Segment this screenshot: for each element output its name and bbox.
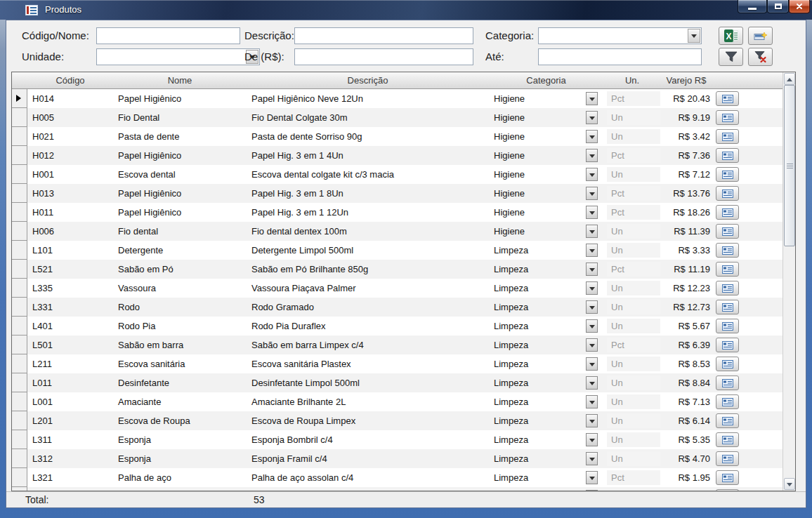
row-detail-button[interactable]	[716, 224, 739, 239]
cell-un[interactable]: Un	[603, 430, 661, 449]
de-input[interactable]	[294, 48, 473, 65]
cell-descricao[interactable]: Rodo Gramado	[247, 298, 489, 317]
cell-descricao[interactable]: Palha de aço assolan c/4	[247, 468, 489, 487]
cell-codigo[interactable]: L335	[27, 279, 113, 298]
record-selector[interactable]	[12, 89, 27, 108]
record-selector[interactable]	[12, 468, 27, 487]
categoria-row-dropdown[interactable]	[586, 338, 598, 352]
cell-categoria[interactable]: Higiene	[489, 165, 603, 184]
cell-codigo[interactable]: H014	[27, 89, 113, 108]
cell-descricao[interactable]: Sabão em Pó Brilhante 850g	[247, 260, 489, 279]
categoria-row-dropdown[interactable]	[586, 319, 598, 333]
maximize-button[interactable]	[767, 0, 789, 13]
descricao-input[interactable]	[294, 27, 473, 44]
record-selector[interactable]	[12, 449, 27, 468]
cell-un[interactable]: Un	[603, 222, 661, 241]
record-selector[interactable]	[12, 354, 27, 373]
categoria-combo[interactable]	[538, 27, 702, 44]
cell-categoria[interactable]: Limpeza	[489, 260, 603, 279]
cell-un[interactable]: Pct	[603, 184, 661, 203]
record-selector[interactable]	[12, 241, 27, 260]
record-selector[interactable]	[12, 222, 27, 241]
cell-categoria[interactable]: Higiene	[489, 127, 603, 146]
cell-nome[interactable]: Escova dental	[113, 165, 247, 184]
cell-categoria[interactable]: Limpeza	[489, 298, 603, 317]
cell-nome[interactable]: Vassoura	[113, 279, 247, 298]
categoria-row-dropdown[interactable]	[586, 244, 598, 257]
row-detail-button[interactable]	[716, 432, 739, 447]
categoria-row-dropdown[interactable]	[586, 281, 598, 295]
row-detail-button[interactable]	[716, 186, 739, 201]
cell-un[interactable]: Un	[603, 127, 661, 146]
record-selector[interactable]	[12, 203, 27, 222]
clear-filter-button[interactable]	[748, 48, 773, 66]
record-selector[interactable]	[12, 317, 27, 336]
cell-nome[interactable]: Papel Higiênico	[113, 184, 247, 203]
cell-un[interactable]: Un	[603, 373, 661, 392]
cell-nome[interactable]: Esponja	[113, 449, 247, 468]
cell-nome[interactable]: Desinfetante	[113, 373, 247, 392]
cell-descricao[interactable]: Esponja Bombril c/4	[247, 430, 489, 449]
cell-codigo[interactable]: L501	[27, 336, 113, 354]
cell-descricao[interactable]: Sabão em barra Limpex c/4	[247, 336, 489, 354]
categoria-row-dropdown[interactable]	[586, 225, 598, 238]
categoria-row-dropdown[interactable]	[586, 130, 598, 143]
cell-varejo[interactable]: R$ 12.73	[661, 298, 712, 317]
categoria-row-dropdown[interactable]	[586, 376, 598, 390]
scroll-up-button[interactable]	[784, 73, 795, 85]
row-detail-button[interactable]	[716, 281, 739, 295]
cell-varejo[interactable]: R$ 5.35	[661, 430, 712, 449]
cell-un[interactable]: Un	[603, 108, 661, 127]
categoria-row-dropdown[interactable]	[586, 395, 598, 409]
cell-varejo[interactable]: R$ 3.33	[661, 241, 712, 260]
record-selector[interactable]	[12, 165, 27, 184]
cell-descricao[interactable]: Papel Higiênico Neve 12Un	[247, 89, 489, 108]
cell-nome[interactable]: Fio dental	[113, 222, 247, 241]
cell-nome[interactable]: Papel Higiênico	[113, 89, 247, 108]
cell-un[interactable]: Pct	[603, 336, 661, 354]
vertical-scrollbar[interactable]	[782, 72, 795, 491]
record-selector[interactable]	[12, 298, 27, 317]
cell-categoria[interactable]: Limpeza	[489, 411, 603, 430]
cell-categoria[interactable]: Limpeza	[489, 449, 603, 468]
record-selector[interactable]	[12, 146, 27, 165]
cell-codigo[interactable]: L521	[27, 260, 113, 279]
row-detail-button[interactable]	[716, 205, 739, 220]
export-excel-button[interactable]: X	[719, 27, 743, 45]
row-detail-button[interactable]	[716, 243, 739, 258]
categoria-row-dropdown[interactable]	[586, 300, 598, 314]
cell-varejo[interactable]: R$ 7.12	[661, 165, 712, 184]
cell-categoria[interactable]: Limpeza	[489, 354, 603, 373]
cell-descricao[interactable]: Escova de Roupa Limpex	[247, 411, 489, 430]
cell-descricao[interactable]: Fio dental dentex 100m	[247, 222, 489, 241]
cell-un[interactable]: Un	[603, 449, 661, 468]
cell-un[interactable]: Pct	[603, 468, 661, 487]
cell-categoria[interactable]: Limpeza	[489, 241, 603, 260]
cell-varejo[interactable]: R$ 12.23	[661, 279, 712, 298]
titlebar[interactable]: Produtos	[0, 0, 812, 20]
cell-codigo[interactable]: L311	[27, 430, 113, 449]
record-selector[interactable]	[12, 373, 27, 392]
cell-varejo[interactable]: R$ 20.43	[661, 89, 712, 108]
cell-codigo[interactable]: L101	[27, 241, 113, 260]
categoria-row-dropdown[interactable]	[586, 92, 598, 105]
cell-nome[interactable]: Palha de aço	[113, 468, 247, 487]
record-selector[interactable]	[12, 108, 27, 127]
cell-nome[interactable]: Sabão em barra	[113, 336, 247, 354]
cell-descricao[interactable]: Detergente Limpol 500ml	[247, 241, 489, 260]
cell-nome[interactable]: Rodo	[113, 298, 247, 317]
cell-varejo[interactable]: R$ 7.36	[661, 146, 712, 165]
row-detail-button[interactable]	[716, 413, 739, 428]
cell-varejo[interactable]: R$ 13.76	[661, 184, 712, 203]
cell-un[interactable]: Un	[603, 241, 661, 260]
row-detail-button[interactable]	[716, 167, 739, 182]
categoria-row-dropdown[interactable]	[586, 149, 598, 162]
categoria-row-dropdown[interactable]	[586, 263, 598, 276]
cell-varejo[interactable]: R$ 8.84	[661, 373, 712, 392]
cell-codigo[interactable]: L331	[27, 298, 113, 317]
cell-varejo[interactable]: R$ 9.19	[661, 108, 712, 127]
record-selector[interactable]	[12, 279, 27, 298]
cell-categoria[interactable]: Limpeza	[489, 392, 603, 411]
cell-varejo[interactable]: R$ 6.39	[661, 336, 712, 354]
categoria-row-dropdown[interactable]	[586, 433, 598, 446]
